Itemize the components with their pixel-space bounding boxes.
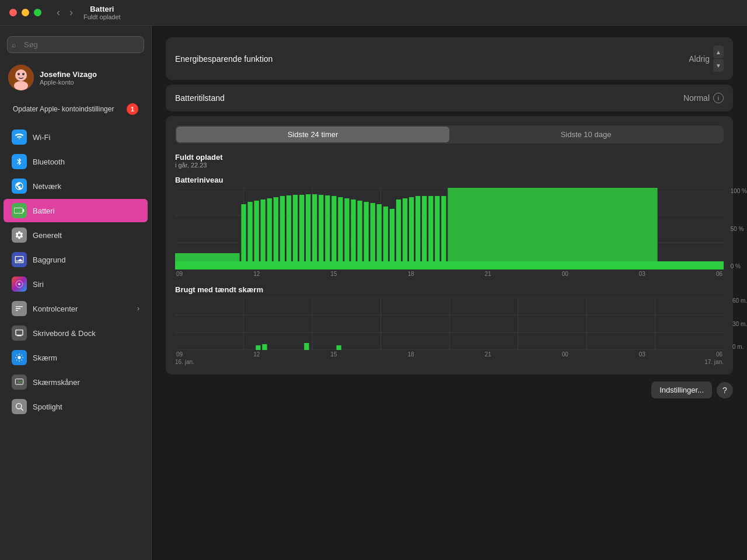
bottom-actions: Indstillinger... ? [166,382,733,398]
sidebar-item-network[interactable]: Netværk [4,174,148,198]
usage-x-15: 15 [330,351,337,358]
sidebar-label-bluetooth: Bluetooth [33,158,65,166]
wifi-icon [12,130,27,145]
user-info: Josefine Vizago Apple-konto [40,70,97,86]
svg-rect-55 [435,196,439,270]
user-subtitle: Apple-konto [40,79,97,86]
svg-rect-10 [15,379,23,384]
sidebar-item-wifi[interactable]: Wi-Fi [4,125,148,149]
usage-y-labels: 60 m. 30 m. 0 m. [732,298,747,350]
usage-x-21: 21 [485,351,491,358]
charged-time: i går, 22.23 [175,162,724,169]
user-name: Josefine Vizago [40,70,97,79]
sidebar-label-control: Kontrolcenter [33,304,78,313]
x-label-00: 00 [562,271,568,277]
sidebar-item-battery[interactable]: Batteri [4,199,148,222]
sidebar-label-general: Generelt [33,231,62,240]
traffic-lights [9,9,41,16]
date-labels: 16. jan. 17. jan. [175,359,724,365]
nav-forward-button[interactable]: › [66,5,76,20]
help-button[interactable]: ? [717,382,733,398]
energy-label: Energibesparende funktion [175,54,273,64]
sidebar-label-spotlight: Spotlight [33,402,62,411]
svg-rect-73 [336,345,341,350]
date-right: 17. jan. [704,359,724,365]
svg-rect-45 [371,203,375,270]
sidebar-label-wallpaper: Baggrund [33,256,65,264]
sidebar-item-bluetooth[interactable]: Bluetooth [4,150,148,173]
energy-value: Aldrig [689,54,710,64]
svg-rect-42 [351,200,355,270]
svg-point-1 [15,69,27,81]
svg-rect-25 [241,204,246,270]
sidebar-label-battery: Batteri [33,206,55,215]
sidebar-label-screensaver: Skærmskåner [33,378,80,387]
sidebar-label-network: Netværk [33,182,61,191]
tab-24h[interactable]: Sidste 24 timer [176,127,449,142]
nav-back-button[interactable]: ‹ [53,5,64,20]
usage-x-09: 09 [176,351,183,358]
tab-row: Sidste 24 timer Sidste 10 dage [175,125,724,144]
x-label-09: 09 [176,271,183,277]
minimize-button[interactable] [22,9,29,16]
spotlight-icon [12,399,27,414]
svg-rect-70 [256,345,260,350]
sidebar-item-siri[interactable]: Siri [4,272,148,296]
battery-info-button[interactable]: i [713,93,724,103]
svg-rect-36 [312,194,317,270]
sidebar-item-wallpaper[interactable]: Baggrund [4,248,148,271]
svg-rect-58 [175,261,724,270]
battery-state-label: Batteritilstand [175,93,225,103]
energy-stepper-down[interactable]: ▼ [713,59,724,72]
svg-rect-46 [377,204,382,270]
usage-label-0: 0 m. [732,344,747,350]
sidebar-item-desktop[interactable]: Skrivebord & Dock [4,321,148,345]
battery-state-row: Batteritilstand Normal i [166,85,733,111]
energy-stepper-up[interactable]: ▲ [713,46,724,58]
sidebar-item-spotlight[interactable]: Spotlight [4,395,148,418]
battery-chart-area: 100 % 50 % 0 % [175,188,724,270]
network-icon [12,178,27,194]
sidebar-item-screensaver[interactable]: Skærmskåner [4,370,148,394]
svg-point-9 [18,356,20,359]
user-section[interactable]: Josefine Vizago Apple-konto [0,60,151,97]
sidebar-label-wifi: Wi-Fi [33,133,50,142]
fullscreen-button[interactable] [34,9,41,16]
svg-rect-57 [448,188,657,270]
svg-rect-38 [325,195,330,270]
sidebar-label-display: Skærm [33,354,57,362]
svg-rect-50 [403,198,407,270]
svg-rect-41 [344,198,349,270]
x-label-18: 18 [407,271,414,277]
search-input[interactable] [7,36,144,53]
svg-rect-49 [396,200,401,270]
tab-10d[interactable]: Sidste 10 dage [449,127,722,142]
avatar [8,65,34,90]
svg-point-2 [14,81,28,90]
usage-x-06: 06 [716,351,722,358]
settings-button[interactable]: Indstillinger... [651,382,712,398]
svg-rect-28 [261,200,266,270]
svg-rect-33 [293,195,298,270]
bluetooth-icon [12,154,27,169]
sidebar-item-display[interactable]: Skærm [4,346,148,369]
update-notice[interactable]: Opdater Apple- kontoindstillinger 1 [5,99,146,120]
svg-rect-52 [416,196,420,270]
update-badge: 1 [127,103,138,115]
close-button[interactable] [9,9,17,16]
svg-line-12 [21,408,23,411]
x-label-12: 12 [253,271,260,277]
sidebar-item-control[interactable]: Kontrolcenter › [4,297,148,320]
svg-rect-7 [15,209,22,213]
svg-rect-31 [280,196,285,270]
usage-chart-area: 60 m. 30 m. 0 m. [175,298,724,350]
usage-x-03: 03 [639,351,645,358]
window-title: Batteri Fuldt opladet [83,5,121,20]
update-text: Opdater Apple- kontoindstillinger [13,104,114,114]
control-arrow: › [137,304,139,313]
svg-rect-6 [23,209,24,212]
general-icon [12,228,27,243]
usage-x-18: 18 [407,351,414,358]
svg-rect-40 [338,197,343,270]
sidebar-item-general[interactable]: Generelt [4,223,148,247]
